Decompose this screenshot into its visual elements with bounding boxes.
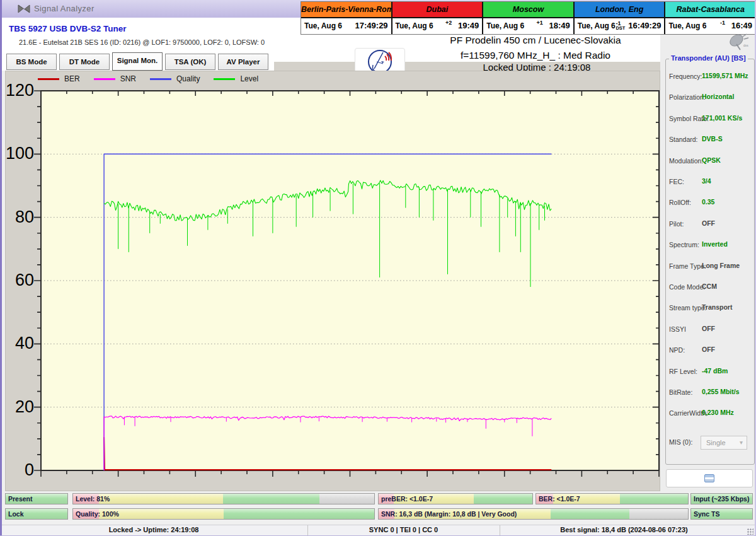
- bar-sync: Sync TS: [690, 508, 753, 520]
- tp-label-8: Spectrum:: [669, 241, 699, 248]
- status-divider: [500, 525, 500, 535]
- site-line: PF Prodelin 450 cm / Lucenec-Slovakia: [403, 35, 668, 46]
- tab-bs-mode[interactable]: BS Mode: [6, 54, 57, 70]
- clock-time: 16:49: [731, 21, 752, 30]
- bar-level: Level: 81%: [72, 493, 375, 504]
- status-sync-counters: SYNC 0 | TEI 0 | CC 0: [307, 526, 500, 533]
- bar-label: Lock: [8, 509, 24, 520]
- clock-date: Tue, Aug 6: [304, 21, 342, 30]
- bar-label: Present: [8, 494, 33, 504]
- bar-segment-gray: [629, 509, 688, 519]
- clock-time-cell-1: Tue, Aug 6+219:49: [392, 18, 483, 34]
- clock-utc-offset: +2: [445, 20, 452, 26]
- bar-segment-yellow: [99, 494, 223, 504]
- clock-time: 19:49: [458, 21, 479, 30]
- tp-value-8: Inverted: [702, 240, 753, 248]
- bar-preber: preBER: <1.0E-7: [378, 493, 533, 504]
- svg-text:dxs: dxs: [743, 44, 748, 47]
- bar-segment-green: [223, 494, 319, 504]
- signal-analyzer-window: Signal Analyzer Berlin-Paris-Vienna-Roma…: [0, 0, 756, 536]
- clock-time-cell-4: Tue, Aug 6-116:49: [665, 18, 755, 34]
- bar-segment-green: [620, 494, 688, 504]
- tp-label-5: FEC:: [669, 178, 684, 185]
- mis-dropdown[interactable]: Single ▾: [701, 436, 747, 450]
- tab-tsa-ok[interactable]: TSA (OK): [165, 54, 215, 70]
- signal-chart-panel: [5, 71, 660, 491]
- legend-swatch-ber: [38, 78, 59, 80]
- bar-label: Sync TS: [694, 509, 719, 520]
- clock-city-0: Berlin-Paris-Vienna-Roma: [301, 2, 391, 17]
- y-tick-120: 120: [5, 81, 34, 100]
- save-button[interactable]: [666, 469, 753, 487]
- tp-value-13: OFF: [702, 346, 753, 353]
- mis-label: MIS (0):: [669, 438, 692, 446]
- clock-date: Tue, Aug 6: [396, 21, 433, 30]
- y-tick-20: 20: [5, 397, 34, 417]
- bar-input: Input (~235 Kbps): [690, 493, 753, 504]
- resize-grip[interactable]: [747, 528, 753, 535]
- clock-city-2: Moscow: [483, 2, 573, 17]
- tp-value-6: 0.35: [702, 198, 753, 206]
- clock-date: Tue, Aug 6: [578, 21, 616, 30]
- tp-label-1: Polarization:: [669, 93, 706, 101]
- tp-value-7: OFF: [702, 219, 753, 227]
- tp-value-16: 0,230 MHz: [702, 409, 753, 416]
- clock-utc-offset: -1DST: [616, 20, 625, 30]
- legend-swatch-quality: [150, 78, 171, 80]
- bar-present: Present: [5, 493, 68, 504]
- status-divider: [307, 525, 308, 535]
- clock-date: Tue, Aug 6: [486, 21, 524, 30]
- chart-legend: BERSNRQualityLevel: [38, 73, 272, 84]
- tp-value-4: QPSK: [702, 156, 753, 164]
- y-tick-100: 100: [5, 144, 34, 163]
- tp-value-11: Transport: [702, 303, 753, 311]
- y-tick-0: 0: [5, 460, 34, 480]
- tp-value-15: 0,255 Mbit/s: [702, 388, 753, 395]
- tp-label-6: RollOff:: [669, 199, 691, 206]
- legend-label-quality: Quality: [176, 74, 200, 83]
- clock-offset-sub: DST: [616, 26, 625, 30]
- tp-value-5: 3/4: [702, 177, 753, 185]
- mis-dropdown-value: Single: [706, 439, 726, 446]
- clock-utc-offset: +1: [537, 20, 543, 26]
- clock-utc-offset: -1: [720, 20, 725, 26]
- tab-dt-mode[interactable]: DT Mode: [59, 54, 110, 70]
- clock-time-cell-2: Tue, Aug 6+118:49: [483, 18, 573, 34]
- bar-ber: BER: <1.0E-7: [536, 493, 689, 504]
- clock-time: 18:49: [549, 21, 570, 30]
- signal-chart: [6, 71, 660, 491]
- status-uptime: Locked -> Uptime: 24:19:08: [0, 526, 307, 533]
- tuner-subtitle: 21.6E - Eutelsat 21B SES 16 (ID: 0216) @…: [19, 38, 265, 46]
- tp-value-12: OFF: [702, 325, 753, 332]
- tp-value-14: -47 dBm: [702, 367, 753, 375]
- legend-swatch-level: [214, 78, 235, 80]
- bar-lock: Lock: [5, 508, 68, 520]
- clock-city-3: London, Eng: [575, 2, 665, 17]
- tp-label-15: BitRate:: [669, 388, 692, 396]
- transponder-groupbox-title: Transponder (AU) [BS]: [669, 54, 748, 62]
- world-clock-panel: Berlin-Paris-Vienna-RomaDubaiMoscowLondo…: [301, 1, 756, 35]
- bar-label: preBER: <1.0E-7: [381, 494, 433, 504]
- window-title: Signal Analyzer: [34, 4, 94, 13]
- clock-time-cell-0: Tue, Aug 617:49:29: [301, 18, 391, 34]
- tab-signal-mon[interactable]: Signal Mon.: [112, 52, 163, 71]
- tp-value-10: CCM: [702, 283, 753, 290]
- tp-label-14: RF Level:: [669, 368, 697, 375]
- tp-value-3: DVB-S: [702, 135, 753, 143]
- y-tick-40: 40: [5, 334, 34, 353]
- y-tick-80: 80: [5, 207, 34, 227]
- tp-value-9: Long Frame: [702, 262, 753, 269]
- bar-label: BER: <1.0E-7: [539, 494, 580, 504]
- bar-label: Input (~235 Kbps): [694, 494, 749, 504]
- chevron-down-icon: ▾: [740, 436, 743, 449]
- bar-snr: SNR: 16,3 dB (Margin: 10,8 dB | Very Goo…: [378, 508, 689, 520]
- clock-time: 17:49:29: [355, 21, 388, 30]
- tp-label-3: Standard:: [669, 136, 698, 143]
- tp-label-12: ISSYI: [669, 325, 686, 333]
- bar-segment-green: [474, 494, 532, 504]
- bar-segment-gray: [319, 494, 374, 504]
- tp-label-0: Frequency:: [669, 73, 702, 80]
- tab-av-player[interactable]: AV Player: [218, 54, 268, 70]
- clock-city-1: Dubai: [392, 2, 483, 17]
- clock-city-4: Rabat-Casablanca: [665, 2, 755, 17]
